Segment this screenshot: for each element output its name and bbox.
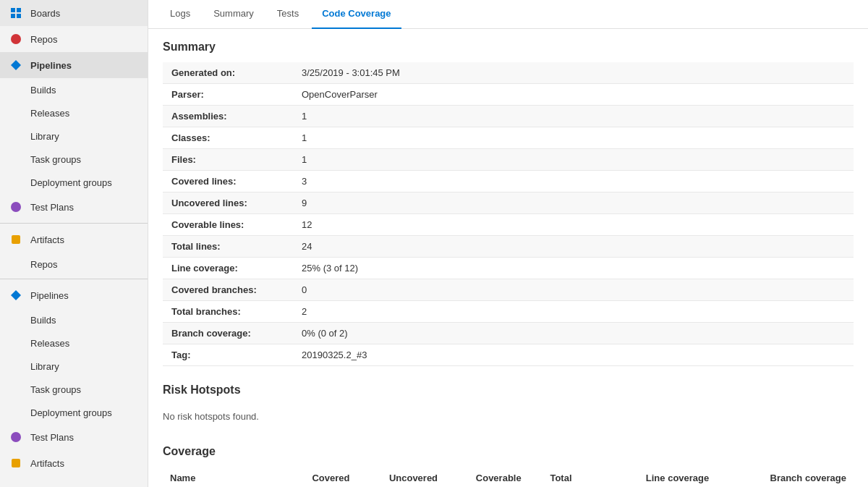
sidebar-item-releases1[interactable]: Releases	[0, 101, 148, 124]
artifacts-icon2	[9, 456, 23, 470]
coverage-col-header: Uncovered	[357, 467, 445, 487]
pipelines-icon2	[9, 288, 23, 302]
sidebar-art-repos-label: Repos	[30, 259, 58, 270]
summary-row: Total lines:24	[163, 236, 854, 258]
sidebar-item-artifacts2[interactable]: Artifacts	[0, 450, 148, 476]
svg-rect-3	[17, 14, 21, 18]
sidebar-item-testplans2[interactable]: Test Plans	[0, 424, 148, 450]
tab-logs[interactable]: Logs	[160, 0, 200, 29]
summary-label: Covered branches:	[163, 279, 293, 301]
tab-code-coverage[interactable]: Code Coverage	[312, 0, 401, 29]
summary-row: Covered branches:0	[163, 279, 854, 301]
summary-row: Assemblies:1	[163, 106, 854, 127]
summary-value: 1	[293, 106, 854, 127]
summary-label: Line coverage:	[163, 258, 293, 279]
tab-summary[interactable]: Summary	[203, 0, 264, 29]
sidebar-item-taskgroups2[interactable]: Task groups	[0, 378, 148, 401]
svg-rect-1	[17, 8, 21, 12]
summary-row: Parser:OpenCoverParser	[163, 84, 854, 106]
sidebar-item-releases2[interactable]: Releases	[0, 331, 148, 355]
sidebar-builds1-label: Builds	[30, 85, 56, 96]
sidebar-taskgroups1-label: Task groups	[30, 154, 81, 165]
summary-row: Generated on:3/25/2019 - 3:01:45 PM	[163, 62, 854, 84]
summary-label: Branch coverage:	[163, 323, 293, 344]
sidebar-builds2-label: Builds	[30, 315, 56, 326]
sidebar-item-builds2[interactable]: Builds	[0, 308, 148, 331]
summary-table: Generated on:3/25/2019 - 3:01:45 PMParse…	[163, 62, 854, 366]
summary-value: 25% (3 of 12)	[293, 258, 854, 279]
sidebar-item-builds1[interactable]: Builds	[0, 78, 148, 101]
coverage-col-header: Line coverage	[579, 467, 717, 487]
svg-point-9	[11, 432, 21, 442]
summary-value: 3/25/2019 - 3:01:45 PM	[293, 62, 854, 84]
summary-value: 2	[293, 301, 854, 323]
summary-value: OpenCoverParser	[293, 84, 854, 106]
sidebar-pipelines1-label: Pipelines	[30, 60, 72, 71]
boards-icon	[9, 6, 23, 20]
pipelines-icon1	[9, 58, 23, 72]
svg-rect-7	[12, 235, 20, 244]
sidebar-item-artifacts1-header[interactable]: Artifacts	[0, 226, 148, 253]
coverage-col-header: Total	[529, 467, 579, 487]
sidebar-pipelines2-label: Pipelines	[30, 290, 69, 301]
summary-label: Classes:	[163, 127, 293, 149]
summary-label: Generated on:	[163, 62, 293, 84]
summary-row: Line coverage:25% (3 of 12)	[163, 258, 854, 279]
risk-hotspots-section: Risk Hotspots No risk hotspots found.	[163, 384, 854, 428]
summary-row: Branch coverage:0% (0 of 2)	[163, 323, 854, 344]
repos-icon	[9, 32, 23, 46]
coverage-col-header: Coverable	[445, 467, 529, 487]
svg-rect-0	[11, 8, 15, 12]
sidebar-item-boards[interactable]: Boards	[0, 0, 148, 26]
sidebar-item-testplans1[interactable]: Test Plans	[0, 194, 148, 220]
sidebar-item-art-repos[interactable]: Repos	[0, 253, 148, 276]
sidebar-item-deploygroups1[interactable]: Deployment groups	[0, 171, 148, 194]
svg-point-4	[11, 34, 21, 44]
testplans-icon1	[9, 200, 23, 214]
summary-label: Assemblies:	[163, 106, 293, 127]
summary-label: Total branches:	[163, 301, 293, 323]
testplans-icon2	[9, 430, 23, 444]
sidebar-item-deploygroups2[interactable]: Deployment groups	[0, 401, 148, 424]
summary-title: Summary	[163, 41, 854, 54]
svg-marker-8	[11, 290, 21, 300]
sidebar-artifacts2-label: Artifacts	[30, 458, 64, 469]
sidebar-item-repos[interactable]: Repos	[0, 26, 148, 52]
content-area: Summary Generated on:3/25/2019 - 3:01:45…	[148, 29, 868, 487]
sidebar-item-library2[interactable]: Library	[0, 355, 148, 378]
coverage-title: Coverage	[163, 445, 854, 458]
summary-value: 12	[293, 214, 854, 236]
summary-value: 1	[293, 127, 854, 149]
sidebar-releases2-label: Releases	[30, 338, 69, 349]
sidebar: Boards Repos Pipelines Builds Releases L…	[0, 0, 148, 487]
summary-row: Covered lines:3	[163, 171, 854, 192]
sidebar-testplans1-label: Test Plans	[30, 202, 74, 213]
sidebar-item-taskgroups1[interactable]: Task groups	[0, 148, 148, 171]
sidebar-releases1-label: Releases	[30, 108, 69, 119]
main-content: Logs Summary Tests Code Coverage Summary…	[148, 0, 868, 487]
tab-tests[interactable]: Tests	[267, 0, 309, 29]
svg-point-6	[11, 202, 21, 212]
summary-value: 20190325.2_#3	[293, 344, 854, 366]
summary-value: 9	[293, 192, 854, 214]
sidebar-deploygroups2-label: Deployment groups	[30, 407, 112, 418]
summary-row: Coverable lines:12	[163, 214, 854, 236]
no-risk-text: No risk hotspots found.	[163, 405, 854, 428]
summary-label: Uncovered lines:	[163, 192, 293, 214]
tab-bar: Logs Summary Tests Code Coverage	[148, 0, 868, 29]
sidebar-library2-label: Library	[30, 361, 59, 372]
summary-label: Tag:	[163, 344, 293, 366]
summary-value: 3	[293, 171, 854, 192]
sidebar-item-pipelines1[interactable]: Pipelines	[0, 52, 148, 78]
summary-value: 0	[293, 279, 854, 301]
sidebar-item-pipelines2[interactable]: Pipelines	[0, 282, 148, 308]
summary-value: 1	[293, 149, 854, 171]
summary-row: Uncovered lines:9	[163, 192, 854, 214]
sidebar-item-library1[interactable]: Library	[0, 124, 148, 148]
coverage-col-header: Covered	[284, 467, 357, 487]
sidebar-testplans2-label: Test Plans	[30, 432, 74, 443]
svg-rect-10	[12, 459, 20, 467]
summary-label: Parser:	[163, 84, 293, 106]
summary-value: 24	[293, 236, 854, 258]
summary-label: Covered lines:	[163, 171, 293, 192]
